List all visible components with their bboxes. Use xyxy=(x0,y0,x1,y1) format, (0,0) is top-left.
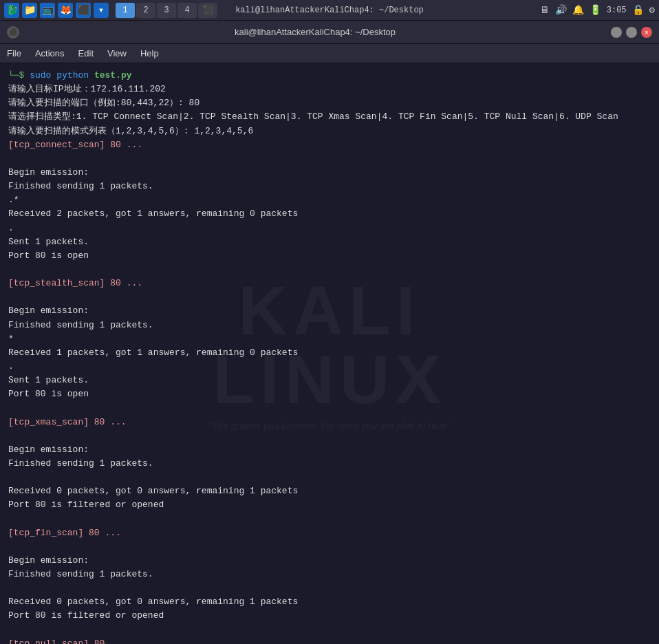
taskbar-left: 🐉 📁 📺 🦊 ⬛ ▾ 1 2 3 4 ⬛ xyxy=(4,3,235,18)
settings-icon[interactable]: ⚙ xyxy=(649,4,655,16)
scan-tag-tcp-xmas: [tcp_xmas_scan] 80 ... xyxy=(8,416,651,429)
prompt-arrow: └─$ xyxy=(8,70,30,80)
menu-edit[interactable]: Edit xyxy=(78,48,94,58)
line-type-prompt: 请选择扫描类型:1. TCP Connect Scan|2. TCP Steal… xyxy=(8,110,651,124)
terminal-window: ⬛ kali@lihanAttackerKaliChap4: ~/Desktop… xyxy=(0,21,659,644)
line-begin-2: Begin emission: xyxy=(8,304,651,318)
browser-icon[interactable]: 🦊 xyxy=(58,3,73,18)
blank-8 xyxy=(8,623,651,637)
script-filename: test.py xyxy=(94,70,132,80)
taskbar: 🐉 📁 📺 🦊 ⬛ ▾ 1 2 3 4 ⬛ kali@lihanAttacker… xyxy=(0,0,659,21)
blank-3 xyxy=(8,290,651,304)
terminal-output: └─$ sudo python test.py 请输入目标IP地址：172.16… xyxy=(8,69,651,644)
blank-2 xyxy=(8,263,651,277)
taskbar-title: kali@lihanAttackerKaliChap4: ~/Desktop xyxy=(235,6,424,15)
blank-5 xyxy=(8,429,651,443)
terminal-dropdown-icon[interactable]: ▾ xyxy=(94,3,109,18)
line-port-filtered-4: Port 80 is filtered or opened xyxy=(8,609,651,623)
workspace-1[interactable]: 1 xyxy=(116,3,135,18)
prompt-line: └─$ sudo python test.py xyxy=(8,69,651,83)
workspace-extra[interactable]: ⬛ xyxy=(198,3,217,18)
window-title: kali@lihanAttackerKaliChap4: ~/Desktop xyxy=(235,27,396,37)
line-received-1: Received 2 packets, got 1 answers, remai… xyxy=(8,207,651,221)
line-star-2: * xyxy=(8,332,651,346)
blank-6 xyxy=(8,513,651,526)
workspace-3[interactable]: 3 xyxy=(157,3,176,18)
blank-1 xyxy=(8,152,651,166)
app-icon-1[interactable]: 📺 xyxy=(40,3,55,18)
line-begin-4: Begin emission: xyxy=(8,554,651,568)
scan-tag-tcp-fin: [tcp_fin_scan] 80 ... xyxy=(8,526,651,540)
blank-7b xyxy=(8,581,651,595)
line-sent-1: Sent 1 packets. xyxy=(8,235,651,249)
workspace-4[interactable]: 4 xyxy=(177,3,197,18)
line-port-prompt: 请输入要扫描的端口（例如:80,443,22）: 80 xyxy=(8,96,651,110)
line-ip-prompt: 请输入目标IP地址：172.16.111.202 xyxy=(8,83,651,96)
line-port-open-1: Port 80 is open xyxy=(8,249,651,263)
terminal-icon[interactable]: ⬛ xyxy=(76,3,91,18)
terminal-pill-icon: ⬛ xyxy=(7,26,19,39)
workspace-tabs: 1 2 3 4 ⬛ xyxy=(116,3,217,18)
menu-view[interactable]: View xyxy=(107,48,127,58)
scan-tag-tcp-null: [tcp_null_scan] 80 ... xyxy=(8,637,651,644)
terminal-content[interactable]: KALI LINUX "The quieter you become, the … xyxy=(0,63,659,644)
scan-tag-tcp-stealth: [tcp_stealth_scan] 80 ... xyxy=(8,277,651,290)
window-controls: ✕ xyxy=(611,27,652,38)
line-port-filtered-3: Port 80 is filtered or opened xyxy=(8,498,651,512)
line-dot-2: . xyxy=(8,360,651,374)
line-finished-1: Finished sending 1 packets. xyxy=(8,180,651,193)
title-bar-left: ⬛ xyxy=(7,26,19,39)
line-begin-3: Begin emission: xyxy=(8,443,651,457)
line-port-open-2: Port 80 is open xyxy=(8,387,651,401)
files-icon[interactable]: 📁 xyxy=(22,3,37,18)
scan-tag-tcp-connect: [tcp_connect_scan] 80 ... xyxy=(8,138,651,152)
menu-bar: File Actions Edit View Help xyxy=(0,44,659,63)
python-keyword: python xyxy=(56,70,89,80)
sudo-keyword: sudo xyxy=(30,70,51,80)
battery-icon: 🔋 xyxy=(590,4,601,16)
blank-7 xyxy=(8,540,651,554)
line-finished-3: Finished sending 1 packets. xyxy=(8,457,651,471)
line-sent-2: Sent 1 packets. xyxy=(8,374,651,387)
volume-icon[interactable]: 🔊 xyxy=(555,4,567,16)
kali-icon[interactable]: 🐉 xyxy=(4,3,19,18)
line-received-2: Received 1 packets, got 1 answers, remai… xyxy=(8,346,651,360)
workspace-2[interactable]: 2 xyxy=(136,3,155,18)
lock-icon[interactable]: 🔒 xyxy=(632,4,644,16)
minimize-button[interactable] xyxy=(611,27,622,38)
line-mode-prompt: 请输入要扫描的模式列表（1,2,3,4,5,6）: 1,2,3,4,5,6 xyxy=(8,125,651,138)
taskbar-right: 🖥 🔊 🔔 🔋 3:05 🔒 ⚙ xyxy=(424,4,655,16)
menu-help[interactable]: Help xyxy=(140,48,159,58)
blank-4 xyxy=(8,401,651,415)
blank-5b xyxy=(8,471,651,484)
line-finished-4: Finished sending 1 packets. xyxy=(8,568,651,581)
line-begin-1: Begin emission: xyxy=(8,166,651,180)
title-bar: ⬛ kali@lihanAttackerKaliChap4: ~/Desktop… xyxy=(0,21,659,44)
clock: 3:05 xyxy=(607,6,627,15)
menu-actions[interactable]: Actions xyxy=(35,48,65,58)
line-received-3: Received 0 packets, got 0 answers, remai… xyxy=(8,484,651,498)
line-finished-2: Finished sending 1 packets. xyxy=(8,319,651,332)
line-dot-1: . xyxy=(8,222,651,235)
display-icon: 🖥 xyxy=(540,5,550,16)
close-button[interactable]: ✕ xyxy=(641,27,652,38)
notification-icon[interactable]: 🔔 xyxy=(572,4,584,16)
line-received-4: Received 0 packets, got 0 answers, remai… xyxy=(8,595,651,609)
menu-file[interactable]: File xyxy=(7,48,21,58)
maximize-button[interactable] xyxy=(626,27,637,38)
line-dot-star-1: .* xyxy=(8,193,651,207)
